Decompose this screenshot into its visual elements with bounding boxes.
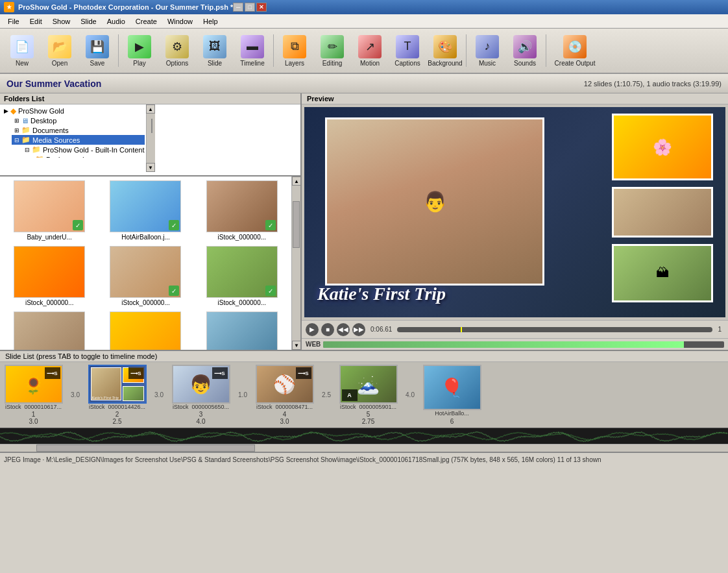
folders-header: Folders List [0,93,300,104]
slide-duration-3: 4.0 [197,418,206,425]
thumb-item[interactable]: ✓ iStock_000000... [99,245,192,308]
scroll-down[interactable]: ▼ [146,163,155,172]
scroll-thumb-2[interactable] [293,201,300,248]
transition-2: 3.0 [149,365,169,425]
web-bar: WEB [302,338,728,350]
thumbnail-scrollbar[interactable]: ▲ ▼ [291,177,300,350]
thumb-item[interactable]: ✓ iStock_000000... [195,179,289,242]
tree-item-backgrounds[interactable]: 📁 Backgrounds [32,154,145,158]
background-button[interactable]: 🎨 Background [427,31,463,70]
slide-name-3: iStock_0000005650... [173,404,229,409]
slide-thumb-3: 👦 ⟶S [172,365,230,404]
slide-item-5[interactable]: 🗻 A iStock_0000005901... 5 2.75 [337,365,399,425]
slide-thumb-2: Katie's First Trip ⟶S [88,365,147,404]
menu-show[interactable]: Show [47,16,76,27]
menu-edit[interactable]: Edit [25,16,47,27]
toolbar-separator-1 [118,34,119,67]
scroll-up-2[interactable]: ▲ [292,177,300,186]
toolbar: 📄 New 📂 Open 💾 Save ▶ Play ⚙ Options 🖼 S… [0,29,728,74]
captions-button[interactable]: T Captions [389,31,426,70]
slide-icon-5: A [342,389,358,401]
thumb-item[interactable]: iStock_000000... [3,310,96,350]
preview-stop-btn[interactable]: ■ [321,323,334,336]
thumb-check-icon: ✓ [169,220,179,230]
thumb-item[interactable]: iStock_000000... [195,310,289,350]
scroll-track-2[interactable] [292,186,300,341]
scroll-up[interactable]: ▲ [146,104,155,114]
menu-help[interactable]: Help [198,16,223,27]
slide-item-1[interactable]: 🌻 ⟶S iStock_0000010617... 1 3.0 [3,365,64,425]
timeline-button[interactable]: ▬ Timeline [234,31,271,70]
tree-item-proshow-content[interactable]: ⊟ 📁 ProShow Gold - Built-In Content [22,145,145,154]
play-button[interactable]: ▶ Play [121,31,158,70]
slide-name-4: iStock_0000008471... [256,404,313,409]
tree-item-media-sources[interactable]: ⊟ 📁 Media Sources [12,135,145,145]
slide-duration-5: 2.75 [362,418,374,425]
slide-item-2[interactable]: Katie's First Trip ⟶S iStock_0000014426.… [86,365,148,425]
slide-item-6[interactable]: 🎈 HotAirBallo... 6 [421,365,483,425]
maximize-button[interactable]: □ [245,3,255,12]
minimize-button[interactable]: ─ [233,3,243,12]
scroll-thumb[interactable] [151,119,152,134]
slide-number-1: 1 [32,411,36,418]
preview-collage: 👨 🌸 🏔 Katie's First Trip [304,107,725,317]
thumb-item[interactable]: ✓ iStock_000000... [195,245,289,308]
timeline-scrollbar-thumb[interactable] [36,445,255,452]
thumb-item[interactable]: iStock_000000... [3,245,96,308]
tree-children: ⊞ 🖥 Desktop ⊞ 📁 Documents ⊟ 📁 Med [1,116,145,158]
thumb-image: ✓ [14,180,85,232]
slide-list-section: Slide List (press TAB to toggle to timel… [0,350,728,428]
thumb-item[interactable]: ✓ HotAirBalloon.j... [99,179,192,242]
menu-audio[interactable]: Audio [102,16,130,27]
app-icon: ★ [4,2,14,12]
audio-section [0,428,728,444]
tree-item-proshow[interactable]: ▶ ◆ ProShow Gold [1,106,145,116]
options-button[interactable]: ⚙ Options [159,31,195,70]
slide-thumb-6: 🎈 [423,365,481,410]
transition-4: 2.5 [317,365,336,425]
music-button[interactable]: ♪ Music [469,31,505,70]
thumb-item[interactable]: ✓ iStock_000000... [99,310,192,350]
proshow-icon: ◆ [10,106,16,116]
thumb-check-icon: ✓ [169,286,179,296]
slide-item-3[interactable]: 👦 ⟶S iStock_0000005650... 3 4.0 [170,365,232,425]
preview-forward-btn[interactable]: ▶▶ [352,323,365,336]
right-panel: Preview 👨 🌸 🏔 [302,93,728,350]
scroll-down-2[interactable]: ▼ [292,341,300,350]
thumb-check-icon: ✓ [265,286,276,296]
slide-name-2: iStock_0000014426... [89,404,145,409]
web-progress-fill [323,341,684,348]
folders-section: Folders List ▶ ◆ ProShow Gold ⊞ 🖥 Deskto… [0,93,300,177]
menu-slide[interactable]: Slide [75,16,101,27]
slide-thumb-5: 🗻 A [339,365,398,404]
sounds-button[interactable]: 🔊 Sounds [507,31,543,70]
slide-icon-4: ⟶S [296,367,311,379]
web-progress-bar [323,341,724,348]
preview-rewind-btn[interactable]: ◀◀ [337,323,350,336]
tree-item-desktop[interactable]: ⊞ 🖥 Desktop [12,116,145,125]
layers-button[interactable]: ⧉ Layers [276,31,313,70]
open-button[interactable]: 📂 Open [42,31,78,70]
menu-window[interactable]: Window [162,16,198,27]
preview-play-btn[interactable]: ▶ [306,323,319,336]
slide-number-5: 5 [367,411,370,418]
slide-button[interactable]: 🖼 Slide [197,31,233,70]
menu-file[interactable]: File [3,16,25,27]
new-button[interactable]: 📄 New [4,31,40,70]
preview-title: Katie's First Trip [317,284,446,304]
editing-button[interactable]: ✏ Editing [314,31,350,70]
close-button[interactable]: ✕ [256,3,267,12]
expand-icon: ⊞ [14,127,19,134]
save-button[interactable]: 💾 Save [79,31,115,70]
folder-scrollbar[interactable]: ▲ ▼ [146,104,155,172]
thumb-item[interactable]: ✓ Baby_underU... [3,179,96,242]
tree-item-documents[interactable]: ⊞ 📁 Documents [12,125,145,135]
slide-list-container: 🌻 ⟶S iStock_0000010617... 1 3.0 3.0 Kati… [0,362,728,428]
transition-label-4: 2.5 [322,391,331,398]
create-output-button[interactable]: 💿 Create Output [549,31,601,70]
menu-create[interactable]: Create [130,16,162,27]
preview-timeline[interactable] [397,327,712,332]
timeline-scroll[interactable] [0,444,728,452]
motion-button[interactable]: ↗ Motion [352,31,388,70]
slide-item-4[interactable]: ⚾ ⟶S iStock_0000008471... 4 3.0 [254,365,315,425]
